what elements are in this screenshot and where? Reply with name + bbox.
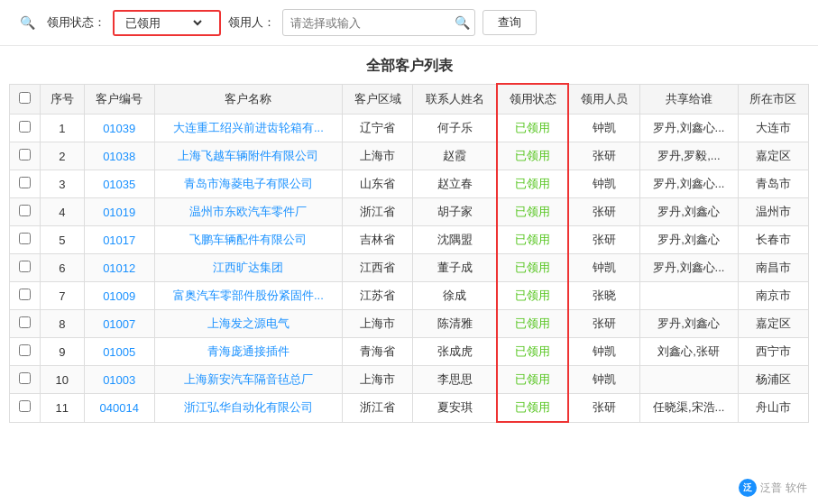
cell-name: 富奥汽车零部件股份紧固件...	[154, 282, 342, 310]
cell-status: 已领用	[497, 115, 568, 142]
code-link[interactable]: 01003	[103, 373, 135, 387]
select-all-checkbox[interactable]	[19, 92, 31, 104]
status-text: 已领用	[515, 372, 550, 386]
cell-share: 任晓渠,宋浩...	[639, 394, 738, 423]
name-link[interactable]: 浙江弘华自动化有限公司	[184, 400, 313, 414]
row-checkbox[interactable]	[19, 177, 31, 188]
name-link[interactable]: 富奥汽车零部件股份紧固件...	[173, 289, 324, 302]
row-checkbox[interactable]	[19, 205, 31, 216]
name-link[interactable]: 青海庞通接插件	[207, 344, 290, 358]
cell-share: 罗丹,刘鑫心...	[639, 170, 738, 198]
cell-contact: 沈隅盟	[413, 226, 497, 254]
cell-code: 01012	[84, 254, 154, 282]
person-label: 领用人：	[228, 14, 275, 31]
cell-checkbox	[10, 142, 41, 170]
cell-checkbox	[10, 226, 41, 254]
cell-region: 江西省	[343, 254, 413, 282]
cell-contact: 夏安琪	[413, 394, 497, 423]
cell-index: 4	[40, 198, 84, 226]
row-checkbox[interactable]	[19, 233, 31, 244]
cell-region: 上海市	[343, 310, 413, 338]
cell-person: 张研	[568, 394, 639, 423]
cell-share	[639, 282, 738, 310]
name-link[interactable]: 青岛市海菱电子有限公司	[184, 177, 313, 190]
code-link[interactable]: 01039	[103, 122, 135, 135]
cell-contact: 李思思	[413, 366, 497, 394]
table-row: 7 01009 富奥汽车零部件股份紧固件... 江苏省 徐成 已领用 张晓 南京…	[10, 282, 809, 310]
cell-status: 已领用	[497, 198, 568, 226]
row-checkbox[interactable]	[19, 149, 31, 160]
cell-share: 罗丹,罗毅,...	[639, 142, 738, 170]
row-checkbox[interactable]	[19, 372, 31, 384]
row-checkbox[interactable]	[19, 261, 31, 272]
th-checkbox	[10, 84, 41, 115]
cell-code: 01009	[84, 282, 154, 310]
cell-contact: 胡子家	[413, 198, 497, 226]
name-link[interactable]: 飞鹏车辆配件有限公司	[189, 233, 307, 246]
cell-status: 已领用	[497, 338, 568, 366]
cell-name: 青岛市海菱电子有限公司	[154, 170, 342, 198]
status-text: 已领用	[515, 316, 550, 330]
cell-code: 01017	[84, 226, 154, 254]
cell-status: 已领用	[497, 394, 568, 423]
cell-checkbox	[10, 394, 41, 423]
cell-share: 罗丹,刘鑫心...	[639, 115, 738, 142]
code-link[interactable]: 01038	[103, 150, 135, 163]
cell-checkbox	[10, 310, 41, 338]
name-link[interactable]: 江西旷达集团	[213, 261, 283, 274]
code-link[interactable]: 01007	[103, 317, 135, 331]
name-link[interactable]: 大连重工绍兴前进齿轮箱有...	[173, 121, 324, 134]
name-link[interactable]: 上海发之源电气	[207, 316, 290, 330]
table-header-row: 序号 客户编号 客户名称 客户区域 联系人姓名 领用状态 领用人员 共享给谁 所…	[10, 84, 809, 115]
query-button[interactable]: 查询	[483, 10, 537, 35]
customer-table: 序号 客户编号 客户名称 客户区域 联系人姓名 领用状态 领用人员 共享给谁 所…	[9, 83, 809, 423]
cell-code: 01035	[84, 170, 154, 198]
row-checkbox[interactable]	[19, 289, 31, 300]
table-row: 10 01003 上海新安汽车隔音毡总厂 上海市 李思思 已领用 钟凯 杨浦区	[10, 366, 809, 394]
code-link[interactable]: 01012	[103, 261, 135, 275]
code-link[interactable]: 01009	[103, 289, 135, 303]
code-link[interactable]: 01035	[103, 178, 135, 191]
cell-code: 01007	[84, 310, 154, 338]
cell-contact: 何子乐	[413, 115, 497, 142]
name-link[interactable]: 温州市东欧汽车零件厂	[189, 205, 307, 218]
row-checkbox[interactable]	[19, 400, 31, 412]
status-text: 已领用	[515, 205, 550, 218]
cell-name: 上海发之源电气	[154, 310, 342, 338]
cell-code: 040014	[84, 394, 154, 423]
cell-person: 张研	[568, 198, 639, 226]
person-search-icon[interactable]: 🔍	[449, 10, 474, 35]
name-link[interactable]: 上海新安汽车隔音毡总厂	[184, 372, 313, 386]
status-select[interactable]: 已领用	[115, 12, 205, 34]
cell-checkbox	[10, 282, 41, 310]
row-checkbox[interactable]	[19, 316, 31, 328]
person-input[interactable]	[283, 13, 449, 33]
code-link[interactable]: 01017	[103, 234, 135, 247]
cell-person: 张研	[568, 226, 639, 254]
search-icon[interactable]: 🔍	[14, 10, 40, 35]
name-link[interactable]: 上海飞越车辆附件有限公司	[178, 149, 318, 162]
cell-share: 刘鑫心,张研	[639, 338, 738, 366]
cell-city: 嘉定区	[738, 310, 808, 338]
cell-index: 2	[40, 142, 84, 170]
cell-index: 9	[40, 338, 84, 366]
cell-checkbox	[10, 170, 41, 198]
cell-name: 江西旷达集团	[154, 254, 342, 282]
cell-region: 吉林省	[343, 226, 413, 254]
cell-checkbox	[10, 115, 41, 142]
cell-index: 8	[40, 310, 84, 338]
th-code: 客户编号	[84, 84, 154, 115]
cell-city: 西宁市	[738, 338, 808, 366]
code-link[interactable]: 040014	[100, 401, 139, 415]
row-checkbox[interactable]	[19, 121, 31, 133]
cell-person: 钟凯	[568, 115, 639, 142]
cell-code: 01019	[84, 198, 154, 226]
cell-index: 10	[40, 366, 84, 394]
cell-city: 南昌市	[738, 254, 808, 282]
code-link[interactable]: 01005	[103, 345, 135, 359]
cell-index: 5	[40, 226, 84, 254]
row-checkbox[interactable]	[19, 344, 31, 356]
toolbar: 🔍 领用状态： 已领用 领用人： 🔍 查询	[0, 0, 818, 46]
code-link[interactable]: 01019	[103, 206, 135, 219]
status-select-wrap: 已领用	[113, 10, 221, 36]
